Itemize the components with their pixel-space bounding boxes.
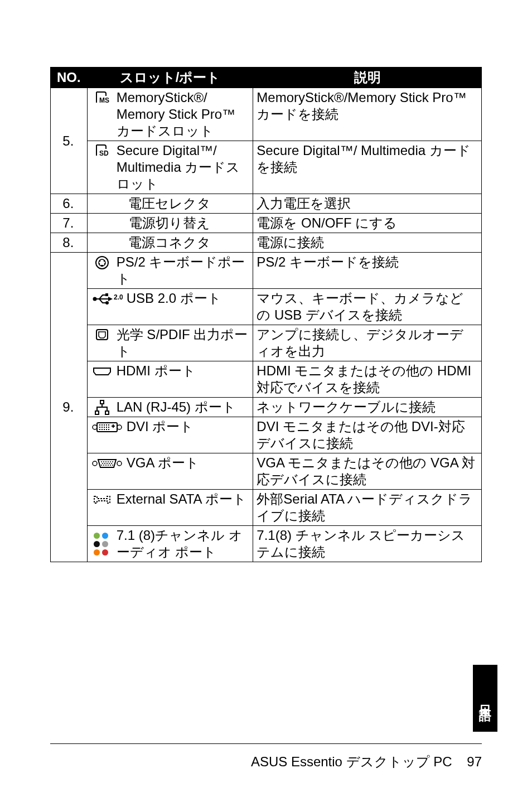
svg-point-46 [112, 461, 113, 462]
svg-point-47 [102, 463, 103, 464]
svg-rect-24 [104, 424, 105, 426]
sd-card-icon: SD [91, 142, 113, 158]
svg-rect-16 [100, 400, 104, 404]
footer-title: ASUS Essentio デスクトップ PC [251, 754, 452, 769]
slot-label: USB 2.0 ポート [127, 290, 249, 307]
esata-icon [91, 494, 113, 505]
svg-point-2 [96, 257, 108, 269]
table-row: 6. 電圧セレクタ 入力電圧を選択 [51, 194, 482, 214]
svg-marker-11 [108, 297, 113, 301]
svg-point-40 [117, 461, 122, 466]
slot-label: 光学 S/PDIF 出力ポート [117, 326, 249, 360]
table-row: LAN (RJ-45) ポート ネットワークケーブルに接続 [51, 398, 482, 417]
desc-cell: VGA モニタまたはその他の VGA 対応デバイスに接続 [253, 453, 482, 490]
table-row: VGA ポート VGA モニタまたはその他の VGA 対応デバイスに接続 [51, 453, 482, 490]
svg-rect-23 [101, 424, 103, 426]
slot-label: PS/2 キーボードポート [117, 254, 249, 287]
slot-cell: VGA ポート [87, 453, 253, 490]
row-no: 5. [51, 88, 88, 194]
slot-label: 電源コネクタ [87, 233, 253, 253]
usb-icon: 2.0 [91, 291, 123, 306]
svg-rect-38 [113, 424, 114, 428]
slot-cell: SD Secure Digital™/ Multimedia カードスロット [87, 141, 253, 194]
desc-cell: 外部Serial ATA ハードディスクドライブに接続 [253, 490, 482, 526]
svg-rect-28 [101, 427, 103, 428]
slot-cell: 7.1 (8)チャンネル オーディオ ポート [87, 526, 253, 562]
slot-label: MemoryStick®/ Memory Stick Pro™ カードスロット [117, 89, 249, 139]
svg-point-39 [93, 461, 97, 466]
svg-point-19 [93, 425, 97, 429]
svg-rect-34 [104, 429, 105, 430]
table-row: SD Secure Digital™/ Multimedia カードスロット S… [51, 141, 482, 194]
slot-label: DVI ポート [127, 418, 249, 435]
svg-text:SD: SD [99, 149, 109, 157]
hdmi-icon [91, 365, 113, 376]
svg-point-7 [104, 263, 105, 265]
slot-cell: 2.0 USB 2.0 ポート [87, 289, 253, 325]
slot-cell: PS/2 キーボードポート [87, 253, 253, 289]
table-row: 2.0 USB 2.0 ポート マウス、キーボード、カメラなどの USB デバイ… [51, 289, 482, 325]
row-no: 8. [51, 233, 88, 253]
svg-point-57 [112, 465, 113, 466]
language-tab: 日本語 [473, 665, 497, 732]
desc-cell: 7.1(8) チャンネル スピーカーシステムに接続 [253, 526, 482, 562]
header-desc: 説明 [253, 67, 482, 88]
table-row: 7.1 (8)チャンネル オーディオ ポート 7.1(8) チャンネル スピーカ… [51, 526, 482, 562]
svg-point-51 [111, 463, 112, 464]
desc-cell: DVI モニタまたはその他 DVI-対応デバイスに接続 [253, 417, 482, 453]
svg-point-56 [110, 465, 111, 466]
spdif-icon [91, 326, 113, 342]
svg-rect-33 [101, 429, 103, 430]
vga-icon [91, 456, 123, 470]
memorystick-icon: MS [91, 89, 113, 105]
desc-cell: 電源に接続 [253, 233, 482, 253]
ps2-icon [91, 254, 113, 270]
page-content: NO. スロット/ポート 説明 5. MS MemoryStick®/ Memo… [0, 0, 532, 562]
audio-jacks-icon [91, 532, 113, 556]
svg-rect-29 [104, 427, 105, 428]
table-row: 7. 電源切り替え 電源を ON/OFF にする [51, 214, 482, 233]
svg-point-5 [103, 260, 105, 262]
row-no: 6. [51, 194, 88, 214]
table-row: 5. MS MemoryStick®/ Memory Stick Pro™ カー… [51, 88, 482, 141]
slot-label: HDMI ポート [117, 363, 249, 379]
svg-point-44 [108, 461, 109, 462]
svg-rect-27 [99, 427, 100, 428]
table-row: External SATA ポート 外部Serial ATA ハードディスクドラ… [51, 490, 482, 526]
svg-rect-18 [105, 411, 109, 414]
svg-rect-35 [106, 429, 107, 430]
svg-point-48 [104, 463, 105, 464]
svg-rect-8 [101, 265, 103, 267]
page-number: 97 [467, 754, 482, 769]
svg-point-52 [101, 465, 102, 466]
dvi-icon [91, 419, 123, 434]
svg-text:2.0: 2.0 [114, 293, 123, 301]
svg-rect-30 [106, 427, 107, 428]
lan-icon [91, 399, 113, 416]
svg-point-54 [105, 465, 107, 466]
svg-rect-12 [105, 293, 108, 296]
row-no: 7. [51, 214, 88, 233]
desc-cell: PS/2 キーボードを接続 [253, 253, 482, 289]
slot-label: 電源切り替え [87, 214, 253, 233]
desc-cell: MemoryStick®/Memory Stick Pro™ カードを接続 [253, 88, 482, 141]
desc-cell: アンプに接続し、デジタルオーディオを出力 [253, 325, 482, 361]
header-no: NO. [51, 67, 88, 88]
table-row: DVI ポート DVI モニタまたはその他 DVI-対応デバイスに接続 [51, 417, 482, 453]
slot-label: External SATA ポート [117, 491, 249, 508]
svg-rect-22 [99, 424, 100, 426]
table-header-row: NO. スロット/ポート 説明 [51, 67, 482, 88]
header-slot: スロット/ポート [87, 67, 253, 88]
slot-cell: MS MemoryStick®/ Memory Stick Pro™ カードスロ… [87, 88, 253, 141]
slot-label: 電圧セレクタ [87, 194, 253, 214]
svg-rect-31 [108, 427, 109, 428]
svg-point-13 [105, 301, 109, 305]
svg-point-45 [110, 461, 111, 462]
table-row: HDMI ポート HDMI モニタまたはその他の HDMI 対応でバイスを接続 [51, 361, 482, 398]
svg-point-50 [109, 463, 110, 464]
svg-rect-32 [99, 429, 100, 430]
svg-point-6 [98, 263, 100, 265]
desc-cell: Secure Digital™/ Multimedia カードを接続 [253, 141, 482, 194]
slot-label: VGA ポート [127, 455, 249, 471]
svg-point-42 [103, 461, 104, 462]
